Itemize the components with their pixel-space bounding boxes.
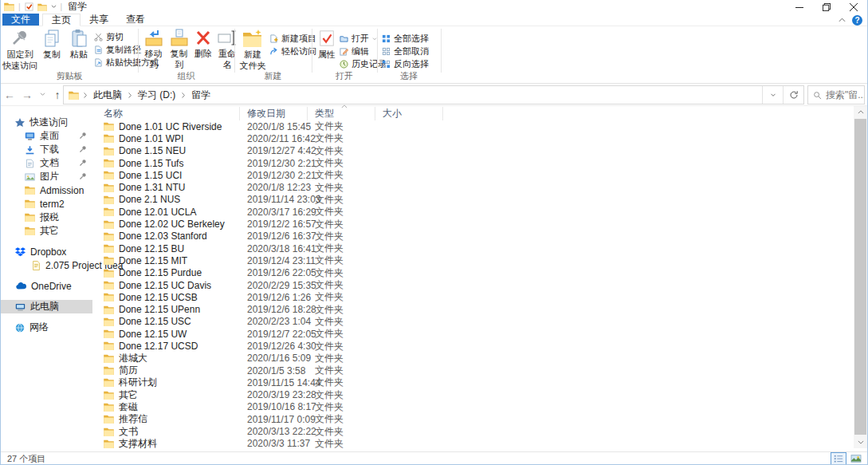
search-input[interactable]: 搜索"留... [807, 85, 865, 104]
sidebar-item-admission[interactable]: Admission [1, 183, 92, 197]
recent-locations-icon[interactable] [36, 93, 49, 97]
sidebar-item-network[interactable]: 网络 [1, 321, 92, 334]
chevron-right-icon[interactable] [128, 92, 132, 99]
sidebar-item-label: Admission [40, 185, 84, 196]
edit-button[interactable]: 编辑 [340, 45, 369, 57]
maximize-button[interactable] [813, 0, 840, 14]
column-header-name[interactable]: 名称 [92, 107, 240, 120]
table-row[interactable]: Done 12.15 Purdue 2019/12/6 22:05 文件夹 [92, 267, 867, 279]
thumbnail-view-button[interactable] [848, 452, 864, 465]
sidebar-item-label: 报税 [40, 211, 59, 224]
column-header-date[interactable]: 修改日期 [240, 107, 308, 120]
close-button[interactable] [840, 0, 867, 14]
copy-button[interactable]: 复制 [39, 29, 65, 77]
select-all-button[interactable]: 全部选择 [382, 33, 429, 45]
forward-icon[interactable]: → [18, 89, 36, 101]
properties-button[interactable]: 属性 [315, 29, 339, 77]
help-icon[interactable]: ? [852, 15, 862, 26]
select-none-button[interactable]: 全部取消 [382, 45, 429, 57]
delete-button[interactable]: 删除 [193, 29, 214, 77]
copy-path-button[interactable]: 复制路径 [94, 44, 141, 56]
table-row[interactable]: Done 12.15 MIT 2019/12/4 23:11 文件夹 [92, 254, 867, 266]
qat-dropdown-icon[interactable] [51, 5, 57, 9]
sidebar-item-quick-access[interactable]: 快速访问 [1, 116, 92, 129]
minimize-button[interactable] [786, 0, 813, 14]
table-row[interactable]: Done 1.15 UCI 2019/12/30 2:21 文件夹 [92, 169, 867, 181]
history-button[interactable]: 历史记录 [340, 58, 387, 70]
table-row[interactable]: Done 1.01 WPI 2020/2/11 16:42 文件夹 [92, 132, 867, 144]
tab-view[interactable]: 查看 [117, 14, 154, 26]
sidebar-item-this-pc[interactable]: 此电脑 [1, 300, 92, 313]
scrollbar-down-icon[interactable] [854, 436, 867, 448]
tab-file[interactable]: 文件 [2, 14, 39, 26]
cut-button[interactable]: 剪切 [94, 31, 124, 43]
file-date: 2019/12/6 16:37 [240, 231, 308, 242]
new-folder-button[interactable]: 新建文件夹 [238, 29, 268, 77]
pin-to-quick-access-button[interactable]: 固定到快速访问 [2, 29, 37, 77]
scrollbar-up-icon[interactable] [854, 106, 867, 118]
address-dropdown-icon[interactable] [762, 86, 783, 104]
column-header-type[interactable]: 类型 [308, 107, 375, 120]
table-row[interactable]: Done 12.15 BU 2020/3/18 16:41 文件夹 [92, 242, 867, 254]
file-name: Done 1.15 UCI [119, 170, 182, 181]
scrollbar-thumb[interactable] [854, 119, 866, 435]
back-icon[interactable]: ← [1, 89, 18, 101]
table-row[interactable]: 简历 2020/1/5 3:58 文件夹 [92, 365, 867, 376]
sidebar-item-documents[interactable]: 文档 [1, 156, 92, 170]
table-row[interactable]: Done 2.1 NUS 2019/11/14 23:03 文件夹 [92, 194, 867, 206]
navigation-pane: 快速访问 桌面 下载 文档 图片 [1, 106, 92, 451]
breadcrumb-drive-d[interactable]: 学习 (D:) [136, 89, 177, 102]
select-none-icon [382, 47, 391, 56]
table-row[interactable]: Done 12.01 UCLA 2020/3/17 16:29 文件夹 [92, 206, 867, 218]
sidebar-item-tax[interactable]: 报税 [1, 211, 92, 224]
breadcrumb[interactable]: 此电脑 学习 (D:) 留学 [63, 85, 804, 104]
table-row[interactable]: Done 12.15 UC Davis 2020/2/29 15:35 文件夹 [92, 279, 867, 291]
sidebar-item-other[interactable]: 其它 [1, 224, 92, 238]
chevron-right-icon[interactable] [83, 92, 88, 99]
open-button[interactable]: 打开 [340, 33, 377, 45]
column-header-size[interactable]: 大小 [375, 107, 443, 120]
sidebar-item-desktop[interactable]: 桌面 [1, 129, 92, 143]
table-row[interactable]: Done 1.31 NTU 2020/1/8 12:23 文件夹 [92, 181, 867, 193]
table-row[interactable]: Done 1.01 UC Riverside 2020/1/8 15:45 文件… [92, 120, 867, 132]
tab-share[interactable]: 共享 [81, 14, 117, 26]
sidebar-item-project-idea[interactable]: 2.075 Project Idea [1, 258, 92, 272]
rename-button[interactable]: 重命名 [214, 29, 240, 77]
move-to-button[interactable]: 移动到 [141, 29, 166, 77]
table-row[interactable]: Done 12.15 UPenn 2019/12/6 18:28 文件夹 [92, 303, 867, 315]
details-view-button[interactable] [831, 452, 846, 465]
refresh-icon[interactable] [783, 86, 803, 104]
table-row[interactable]: Done 12.15 USC 2020/2/23 1:04 文件夹 [92, 316, 867, 328]
table-row[interactable]: Done 12.02 UC Berkeley 2019/12/2 16:57 文… [92, 218, 867, 230]
table-row[interactable]: 科研计划 2019/11/15 14:44 文件夹 [92, 376, 867, 388]
ribbon-collapse-icon[interactable] [839, 18, 846, 22]
properties-qat-icon[interactable] [25, 2, 33, 11]
tab-home[interactable]: 主页 [42, 14, 81, 26]
paste-button[interactable]: 粘贴 [66, 29, 92, 77]
table-row[interactable]: 港城大 2020/1/16 5:09 文件夹 [92, 353, 867, 365]
copy-to-button[interactable]: 复制到 [167, 29, 191, 77]
new-folder-qat-icon[interactable] [37, 3, 47, 11]
breadcrumb-current-folder[interactable]: 留学 [190, 89, 212, 102]
table-row[interactable]: 套磁 2019/10/16 8:17 文件夹 [92, 401, 867, 413]
sidebar-item-dropbox[interactable]: Dropbox [1, 245, 92, 258]
sidebar-item-pictures[interactable]: 图片 [1, 170, 92, 183]
table-row[interactable]: Done 12.15 UCSB 2019/12/6 1:26 文件夹 [92, 291, 867, 303]
table-row[interactable]: Done 1.15 NEU 2019/12/27 4:42 文件夹 [92, 145, 867, 157]
table-row[interactable]: 支撑材料 2020/3/3 11:37 文件夹 [92, 438, 867, 450]
table-row[interactable]: 推荐信 2019/11/17 0:09 文件夹 [92, 413, 867, 425]
table-row[interactable]: Done 1.15 Tufs 2019/12/30 2:21 文件夹 [92, 157, 867, 169]
sidebar-item-downloads[interactable]: 下载 [1, 143, 92, 156]
sidebar-item-onedrive[interactable]: OneDrive [1, 279, 92, 293]
breadcrumb-this-pc[interactable]: 此电脑 [92, 89, 124, 102]
chevron-right-icon[interactable] [181, 92, 186, 99]
table-row[interactable]: 其它 2020/3/19 23:28 文件夹 [92, 389, 867, 401]
table-row[interactable]: Done 12.03 Stanford 2019/12/6 16:37 文件夹 [92, 231, 867, 242]
sidebar-item-term2[interactable]: term2 [1, 197, 92, 211]
ribbon-separator [312, 29, 312, 73]
invert-selection-button[interactable]: 反向选择 [382, 58, 429, 70]
vertical-scrollbar [854, 106, 867, 448]
table-row[interactable]: Done 12.15 UW 2019/12/7 22:05 文件夹 [92, 328, 867, 340]
table-row[interactable]: 文书 2020/3/13 22:22 文件夹 [92, 425, 867, 437]
table-row[interactable]: Done 12.17 UCSD 2019/12/26 4:30 文件夹 [92, 340, 867, 352]
